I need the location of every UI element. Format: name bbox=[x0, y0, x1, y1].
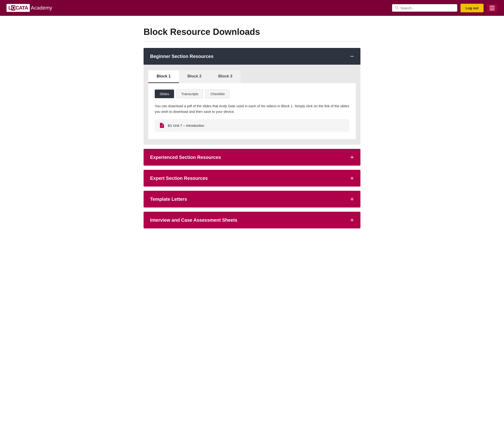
slides-description: You can download a pdf of the slides tha… bbox=[155, 103, 349, 114]
beginner-section-body: Block 1 Block 2 Block 3 Slides Transcrip… bbox=[144, 65, 360, 145]
search-input[interactable] bbox=[400, 6, 454, 10]
expert-section-accordion: Expert Section Resources + bbox=[144, 170, 360, 187]
sub-tab-transcripts[interactable]: Transcripts bbox=[176, 89, 203, 98]
svg-line-1 bbox=[397, 8, 398, 9]
beginner-section-header[interactable]: Beginner Section Resources − bbox=[144, 48, 360, 65]
beginner-section-title: Beginner Section Resources bbox=[150, 54, 213, 59]
logo-suffix: Academy bbox=[31, 5, 52, 11]
expert-toggle-icon: + bbox=[350, 175, 354, 181]
expert-section-title: Expert Section Resources bbox=[150, 176, 208, 181]
logo-area: LOCATA Academy bbox=[6, 4, 52, 12]
content-panel: Slides Transcripts Checklist You can dow… bbox=[148, 83, 356, 139]
interview-toggle-icon: + bbox=[350, 217, 354, 223]
title-divider bbox=[144, 41, 360, 41]
menu-button[interactable] bbox=[487, 4, 498, 12]
experienced-section-title: Experienced Section Resources bbox=[150, 155, 221, 160]
sub-tab-checklist[interactable]: Checklist bbox=[205, 89, 229, 98]
search-icon bbox=[395, 6, 399, 10]
block-tab-1[interactable]: Block 1 bbox=[148, 70, 179, 83]
menu-line-1 bbox=[489, 6, 495, 6]
page-title: Block Resource Downloads bbox=[144, 27, 360, 37]
beginner-section-accordion: Beginner Section Resources − Block 1 Blo… bbox=[144, 48, 360, 145]
template-letters-title: Template Letters bbox=[150, 196, 187, 202]
experienced-section-accordion: Experienced Section Resources + bbox=[144, 149, 360, 166]
block-tabs: Block 1 Block 2 Block 3 bbox=[148, 70, 356, 83]
interview-section-title: Interview and Case Assessment Sheets bbox=[150, 217, 237, 223]
site-header: LOCATA Academy Log out bbox=[0, 0, 504, 16]
file-item[interactable]: B1 Unit 7 – Introduction bbox=[155, 119, 349, 132]
header-right: Log out bbox=[392, 4, 498, 12]
file-name: B1 Unit 7 – Introduction bbox=[168, 124, 204, 127]
expert-section-header[interactable]: Expert Section Resources + bbox=[144, 170, 360, 187]
interview-section-header[interactable]: Interview and Case Assessment Sheets + bbox=[144, 212, 360, 229]
template-letters-header[interactable]: Template Letters + bbox=[144, 191, 360, 208]
menu-line-2 bbox=[489, 8, 495, 8]
sub-tabs: Slides Transcripts Checklist bbox=[155, 89, 349, 98]
experienced-section-header[interactable]: Experienced Section Resources + bbox=[144, 149, 360, 166]
block-tab-2[interactable]: Block 2 bbox=[179, 70, 210, 83]
template-letters-toggle-icon: + bbox=[350, 196, 354, 202]
experienced-toggle-icon: + bbox=[350, 154, 354, 160]
beginner-toggle-icon: − bbox=[350, 53, 354, 60]
pdf-icon bbox=[159, 122, 165, 128]
sub-tab-slides[interactable]: Slides bbox=[155, 89, 174, 98]
template-letters-accordion: Template Letters + bbox=[144, 191, 360, 208]
main-content: Block Resource Downloads Beginner Sectio… bbox=[138, 16, 366, 247]
interview-section-accordion: Interview and Case Assessment Sheets + bbox=[144, 212, 360, 229]
logo-box: LOCATA bbox=[6, 4, 30, 12]
search-box[interactable] bbox=[392, 4, 457, 12]
menu-line-3 bbox=[489, 10, 495, 10]
logout-button[interactable]: Log out bbox=[461, 4, 484, 12]
block-tab-3[interactable]: Block 3 bbox=[210, 70, 241, 83]
